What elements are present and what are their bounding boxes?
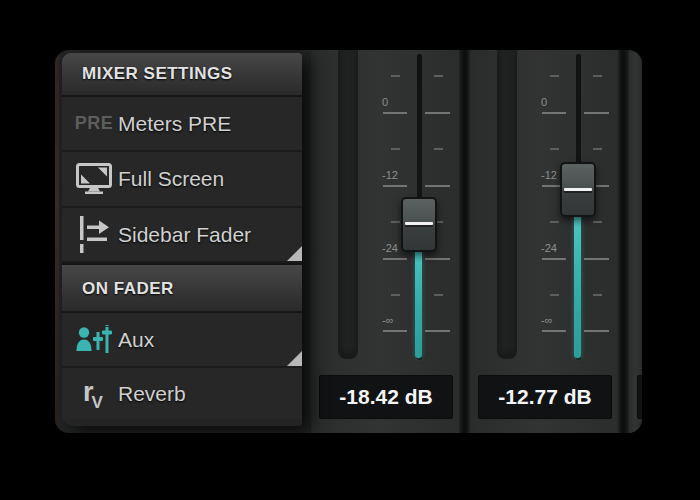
fullscreen-icon [70, 163, 118, 195]
channel-strip-3-partial [629, 50, 642, 433]
fader-handle-line [564, 188, 592, 191]
level-meter [497, 50, 517, 359]
menu-item-label: Aux [118, 328, 302, 352]
menu-item-meters-pre[interactable]: PRE Meters PRE [62, 97, 302, 152]
tick-line [425, 258, 450, 260]
channel-strip-1: 0-12-24-∞ -18.42 dB [311, 50, 459, 433]
tick-line-minor [391, 148, 400, 150]
tick-line [383, 112, 407, 114]
tick-line-minor [391, 75, 400, 77]
db-readout: -12.77 dB [478, 375, 612, 419]
tick-line [584, 330, 609, 332]
level-meter [338, 50, 358, 359]
menu-item-label: Full Screen [118, 167, 302, 191]
tick-line [383, 185, 407, 187]
menu-section-header: ON FADER [62, 263, 302, 313]
menu-item-full-screen[interactable]: Full Screen [62, 152, 302, 208]
tick-line [542, 258, 566, 260]
tick-label: -∞ [541, 315, 553, 326]
tick-line-minor [593, 221, 602, 223]
menu-item-label: Reverb [118, 382, 302, 406]
menu-item-sidebar-fader[interactable]: Sidebar Fader [62, 208, 302, 263]
submenu-corner-icon [287, 351, 302, 366]
tick-line [383, 258, 407, 260]
tick-line-minor [550, 294, 559, 296]
channel-separator [459, 50, 470, 433]
menu-item-label: Meters PRE [118, 112, 302, 136]
tick-line-minor [593, 294, 602, 296]
tick-label: -12 [541, 170, 557, 181]
menu-clipped-row [62, 419, 302, 426]
tick-label: -24 [541, 243, 557, 254]
tick-line-minor [593, 75, 602, 77]
tick-line [383, 330, 407, 332]
fader-bank: 0-12-24-∞ -18.42 dB 0-12-24-∞ -12.77 dB [311, 50, 642, 433]
tick-line [584, 258, 609, 260]
reverb-rv-icon: rV [70, 392, 118, 396]
tick-line [425, 185, 450, 187]
tick-line-minor [434, 294, 443, 296]
menu-item-label: Sidebar Fader [118, 223, 302, 247]
fader-handle[interactable] [560, 162, 596, 217]
channel-separator [618, 50, 629, 433]
tick-label: -12 [382, 170, 398, 181]
submenu-corner-icon [287, 246, 302, 261]
tick-line-minor [391, 294, 400, 296]
sidebar-fader-icon [70, 215, 118, 255]
tick-line-minor [391, 221, 400, 223]
tick-label: -24 [382, 243, 398, 254]
fader-handle[interactable] [401, 197, 437, 252]
channel-strip-2: 0-12-24-∞ -12.77 dB [470, 50, 618, 433]
menu-section-header: MIXER SETTINGS [62, 53, 302, 97]
tick-line [425, 112, 450, 114]
aux-person-faders-icon [70, 325, 118, 355]
tick-label: 0 [541, 97, 547, 108]
tick-line [584, 112, 609, 114]
db-readout [637, 375, 642, 419]
mixer-settings-menu: MIXER SETTINGS PRE Meters PRE [62, 53, 302, 426]
menu-item-aux[interactable]: Aux [62, 313, 302, 368]
tick-line [542, 330, 566, 332]
window-left-edge [55, 50, 59, 433]
tick-line [542, 112, 566, 114]
tick-line-minor [550, 75, 559, 77]
mixer-window: 0-12-24-∞ -18.42 dB 0-12-24-∞ -12.77 dB [55, 50, 642, 433]
tick-line-minor [550, 221, 559, 223]
tick-line-minor [550, 148, 559, 150]
pre-badge-icon: PRE [70, 113, 118, 134]
tick-label: -∞ [382, 315, 394, 326]
fader-handle-line [405, 222, 433, 225]
tick-line [425, 330, 450, 332]
tick-label: 0 [382, 97, 388, 108]
tick-line-minor [593, 148, 602, 150]
tick-line-minor [434, 148, 443, 150]
tick-line-minor [434, 75, 443, 77]
menu-item-reverb[interactable]: rV Reverb [62, 368, 302, 419]
db-readout: -18.42 dB [319, 375, 453, 419]
screen-background: 0-12-24-∞ -18.42 dB 0-12-24-∞ -12.77 dB [0, 0, 700, 500]
